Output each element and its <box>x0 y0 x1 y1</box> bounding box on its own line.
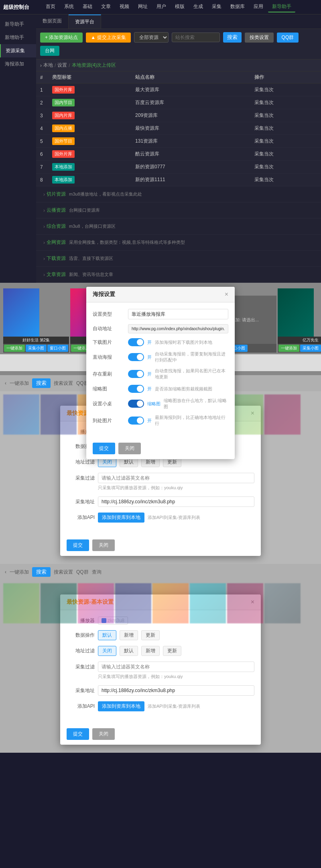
poster-close-button[interactable]: 关闭 <box>118 443 141 454</box>
addr-filter-update-2[interactable]: 更新 <box>163 646 181 656</box>
poster-submit-button[interactable]: 提交 <box>93 443 115 454</box>
toggle-small-desk[interactable] <box>128 400 144 408</box>
collect-url-input-1[interactable] <box>98 496 254 507</box>
search-icon-button-1[interactable]: 搜索 <box>32 378 51 388</box>
collect-filter-hint-2: 只采集填写的播放器资源，例如：youku.qiy <box>98 674 254 680</box>
poster-auto-url-input[interactable] <box>128 324 228 333</box>
basic-submit-button-1[interactable]: 提交 <box>67 539 89 551</box>
nav-basic[interactable]: 基础 <box>79 2 96 12</box>
row-name: 新的资源1111 <box>131 174 230 186</box>
row-action[interactable]: 采集当次 <box>250 96 321 109</box>
window-small-button[interactable]: 窗口小图 <box>47 345 68 352</box>
one-click-add-button[interactable]: 一键添加 <box>4 345 25 352</box>
row-action[interactable]: 采集当次 <box>250 109 321 122</box>
row-action[interactable]: 采集当次 <box>250 148 321 161</box>
data-op-update-2[interactable]: 更新 <box>141 630 160 640</box>
nav-web[interactable]: 网址 <box>134 2 152 12</box>
collect-filter-input-1[interactable] <box>98 473 254 483</box>
row-action[interactable]: 采集当次 <box>250 84 321 96</box>
poster-export-pic-row: 到处图片 开 最新海报到到，比正确地本地地址行行 <box>93 415 228 427</box>
row-action[interactable]: 采集当次 <box>250 174 321 186</box>
toggle-thumbnail[interactable] <box>128 385 144 393</box>
nav-template[interactable]: 模版 <box>171 2 189 12</box>
nav-article[interactable]: 文章 <box>97 2 115 12</box>
poster-thumbnail-row: 缩略图 开 是否添加缩略图剪裁视频截图 <box>93 385 228 393</box>
nav-database[interactable]: 数据库 <box>226 2 249 12</box>
poster-download-pic-label: 下载图片 <box>93 339 125 346</box>
upload-last-collect-button[interactable]: ▲ 提交上次采集 <box>86 33 130 43</box>
collect-filter-hint-1: 只采集填写的播放器资源，例如：youku.qiy <box>98 485 254 491</box>
row-action[interactable]: 采集当次 <box>250 161 321 174</box>
add-api-hint-1: 添加API到采集-资源库列表 <box>148 515 200 521</box>
sidebar-item-collect[interactable]: 资源采集 <box>0 44 36 57</box>
poster-dialog-close-icon[interactable]: × <box>225 291 228 298</box>
add-api-button-1[interactable]: 添加到资库到本地 <box>98 513 144 523</box>
nav-collect[interactable]: 采集 <box>208 2 226 12</box>
tv-query-button[interactable]: 台网 <box>40 46 59 56</box>
sidebar-item-new[interactable]: 新增助手 <box>0 31 36 44</box>
expand-section-row: › 综合资源 m3u8，台网接口资源区 <box>36 219 321 235</box>
toggle-export-pic[interactable] <box>128 417 144 425</box>
table-row: 7 本地添加 新的资源0777 采集当次 <box>36 161 321 174</box>
table-row: 8 本地添加 新的资源1111 采集当次 <box>36 174 321 186</box>
tab-data-page[interactable]: 数据页面 <box>36 14 69 29</box>
nav-system[interactable]: 系统 <box>60 2 78 12</box>
nav-user[interactable]: 用户 <box>152 2 170 12</box>
addr-filter-default-2[interactable]: 默认 <box>120 646 138 656</box>
add-api-button-2[interactable]: 添加到资库到本地 <box>98 701 144 711</box>
collect-url-input-2[interactable] <box>98 685 254 696</box>
section2: 好好生活 第2集 一键添加 采集小图 窗口小图 电视剧 一键添加 采集小图 窗口… <box>0 283 321 375</box>
toggle-on-text5: 开 <box>147 418 152 424</box>
basic-close-button-1[interactable]: 关闭 <box>92 539 115 551</box>
nav-generate[interactable]: 生成 <box>189 2 207 12</box>
data-op-new-2[interactable]: 新增 <box>120 630 138 640</box>
expand-section-row: › 云播资源 台网接口资源库 <box>36 202 321 219</box>
section-desc: 采用全网搜集，数据类型：视频,音乐等特殊格式等多种类型 <box>69 239 185 245</box>
nav-assistant[interactable]: 新导助手 <box>268 2 295 12</box>
tab-resource-platform[interactable]: 资源平台 <box>69 14 101 29</box>
row-action[interactable]: 采集当次 <box>250 135 321 148</box>
search-input[interactable] <box>172 33 220 42</box>
data-op-default-2[interactable]: 默认 <box>98 630 116 640</box>
search-button[interactable]: 搜索 <box>223 32 242 43</box>
table-row: 2 国内节目 百度云资源库 采集当次 <box>36 96 321 109</box>
addr-filter-new-2[interactable]: 新增 <box>141 646 160 656</box>
poster-setting-type-row: 设置类型 <box>93 309 228 319</box>
basic-submit-button-2[interactable]: 提交 <box>67 728 89 740</box>
one-click-add-button[interactable]: 一键添加 <box>278 345 299 352</box>
poster-setting-type-label: 设置类型 <box>93 311 125 318</box>
basic-close-button-2[interactable]: 关闭 <box>92 728 115 740</box>
poster-exist-refresh-hint: 自动查找海报，如果同名图片已在本地更新 <box>155 368 228 380</box>
addr-filter-off-2[interactable]: 关闭 <box>98 646 116 656</box>
poster-dialog-footer: 提交 关闭 <box>86 438 235 459</box>
nav-home[interactable]: 首页 <box>42 2 59 12</box>
row-name: 最快资源库 <box>131 122 230 135</box>
addr-filter-row-2: 地址过滤 关闭 默认 新增 更新 <box>67 646 254 656</box>
toggle-download-pic[interactable] <box>128 338 144 346</box>
chevron-icon: › <box>43 272 45 278</box>
toggle-exist-refresh[interactable] <box>128 370 144 378</box>
sidebar-item-assistant[interactable]: 新导助手 <box>0 18 36 31</box>
poster-dialog: 海报设置 × 设置类型 自动地址 下载图片 开 添加海报时若下载图片到本地 <box>86 287 235 459</box>
poster-setting-type-input[interactable] <box>128 309 228 319</box>
row-name: 酷云资源库 <box>131 148 230 161</box>
row-name: 209资源库 <box>131 109 230 122</box>
collect-small-button[interactable]: 采集小图 <box>300 345 321 352</box>
toolbar: + 添加资源站点 ▲ 提交上次采集 全部资源 搜索 按类设置 QQ群 台网 <box>36 29 321 59</box>
search-icon-button-2[interactable]: 搜索 <box>32 567 51 577</box>
bg-movie-cards-2 <box>0 580 321 627</box>
section-desc: 迅雷、直接下载资源区 <box>69 255 113 261</box>
nav-video[interactable]: 视频 <box>116 2 133 12</box>
toggle-auto-poster[interactable] <box>128 353 144 361</box>
section-label: 综合资源 <box>47 223 66 230</box>
add-station-button[interactable]: + 添加资源站点 <box>40 33 83 43</box>
resource-type-select[interactable]: 全部资源 <box>134 32 169 43</box>
expand-section-row: › 文章资源 新闻、资讯等信息文章 <box>36 267 321 283</box>
qq-group-button[interactable]: QQ群 <box>277 33 299 43</box>
row-action[interactable]: 采集当次 <box>250 122 321 135</box>
category-settings-button[interactable]: 按类设置 <box>245 33 274 43</box>
collect-filter-input-2[interactable] <box>98 662 254 672</box>
collect-small-button[interactable]: 采集小图 <box>26 345 47 352</box>
sidebar-item-poster[interactable]: 海报添加 <box>0 57 36 71</box>
nav-app[interactable]: 应用 <box>250 2 267 12</box>
